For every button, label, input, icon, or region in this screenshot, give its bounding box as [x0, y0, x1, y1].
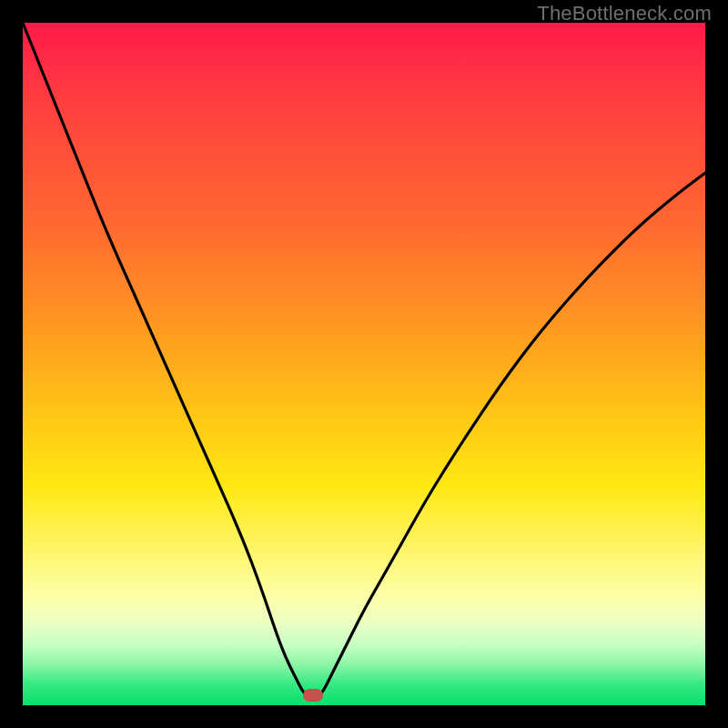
chart-frame: TheBottleneck.com — [0, 0, 728, 728]
bottleneck-curve — [23, 23, 705, 705]
minimum-marker — [303, 689, 323, 702]
watermark-text: TheBottleneck.com — [537, 2, 712, 25]
